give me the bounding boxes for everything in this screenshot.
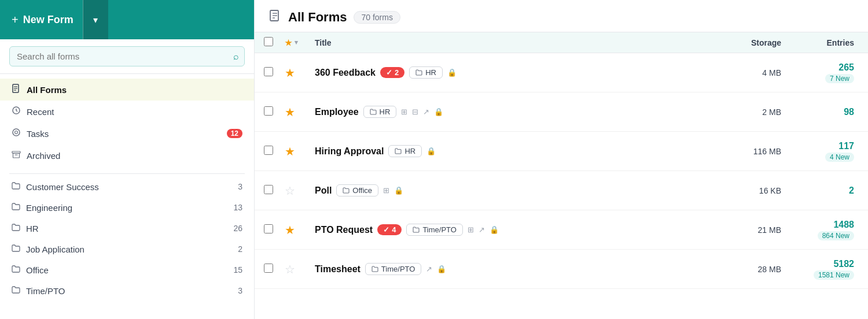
- external-icon: ↗: [423, 107, 429, 116]
- new-form-bar: + New Form ▾: [0, 0, 254, 39]
- sidebar-all-forms-label: All Forms: [27, 85, 67, 95]
- folder-hr-label: HR: [26, 224, 39, 233]
- entries-value: 2: [795, 186, 859, 196]
- svg-point-6: [15, 131, 18, 134]
- folder-job-application-count: 2: [238, 244, 242, 254]
- entries-value: 98: [795, 107, 859, 117]
- folder-icon: [12, 265, 20, 275]
- select-all-checkbox[interactable]: [264, 37, 273, 46]
- star-icon: ★: [285, 38, 292, 47]
- lock-icon: 🔒: [447, 68, 457, 77]
- forms-count-badge: 70 forms: [354, 11, 400, 24]
- folder-item-hr[interactable]: HR 26: [0, 218, 254, 239]
- row-checkbox[interactable]: [264, 224, 273, 233]
- storage-value: 21 MB: [720, 225, 795, 235]
- svg-rect-8: [13, 153, 20, 158]
- check-badge: ✓ 4: [377, 224, 402, 235]
- form-name[interactable]: Hiring Approval: [315, 146, 384, 157]
- entries-header: Entries: [795, 38, 859, 47]
- table-row: ☆ Timesheet Time/PTO ↗ 🔒 28 MB 5182 1581…: [255, 250, 868, 289]
- folder-item-time-pto[interactable]: Time/PTO 3: [0, 280, 254, 301]
- folder-customer-success-count: 3: [238, 182, 242, 191]
- form-name[interactable]: Timesheet: [315, 264, 361, 275]
- folder-customer-success-label: Customer Success: [26, 182, 99, 192]
- table-row: ☆ Poll Office ⊞ 🔒 16 KB 2: [255, 171, 868, 210]
- table-row: ★ PTO Request ✓ 4 Time/PTO ⊞ ↗ 🔒 21 MB 1…: [255, 210, 868, 250]
- folder-office-label: Office: [26, 265, 49, 275]
- form-name[interactable]: Poll: [315, 186, 332, 196]
- tasks-badge: 12: [227, 129, 242, 138]
- table-header: ★ ▾ Title Storage Entries: [255, 32, 868, 53]
- folder-icon: [12, 223, 20, 233]
- svg-point-5: [13, 129, 20, 136]
- form-name[interactable]: 360 Feedback: [315, 68, 376, 78]
- row-checkbox[interactable]: [264, 146, 273, 155]
- folder-time-pto-count: 3: [238, 286, 242, 295]
- entries-value: 117 4 New: [795, 141, 859, 162]
- search-input[interactable]: [9, 46, 245, 66]
- sidebar-recent-label: Recent: [27, 107, 54, 117]
- star-icon[interactable]: ★: [285, 66, 295, 80]
- sidebar-item-archived[interactable]: Archived: [0, 144, 254, 166]
- folder-icon: [12, 181, 20, 192]
- folder-hr-count: 26: [233, 224, 242, 233]
- star-icon[interactable]: ★: [285, 223, 295, 237]
- search-bar: ⌕: [0, 39, 254, 74]
- entries-value: 1488 864 New: [795, 220, 859, 240]
- new-form-label: New Form: [23, 14, 73, 26]
- folder-tag[interactable]: HR: [363, 106, 397, 118]
- folder-item-job-application[interactable]: Job Application 2: [0, 239, 254, 259]
- lock-icon: 🔒: [437, 265, 446, 273]
- lock-icon: 🔒: [490, 225, 499, 234]
- folder-job-application-label: Job Application: [26, 244, 84, 254]
- nav-section: All Forms Recent Tasks 12: [0, 74, 254, 171]
- folder-tag[interactable]: Time/PTO: [365, 263, 422, 275]
- folder-item-office[interactable]: Office 15: [0, 259, 254, 280]
- folder-tag[interactable]: Office: [336, 184, 378, 196]
- form-name[interactable]: Employee: [315, 107, 359, 117]
- star-icon[interactable]: ★: [285, 105, 295, 119]
- form-name[interactable]: PTO Request: [315, 225, 373, 235]
- star-icon[interactable]: ☆: [285, 262, 295, 276]
- folder-icon: [12, 244, 20, 254]
- sidebar-archived-label: Archived: [27, 151, 60, 161]
- table-row: ★ 360 Feedback ✓ 2 HR 🔒 4 MB 265 7 New: [255, 53, 868, 92]
- row-checkbox[interactable]: [264, 67, 273, 76]
- sidebar-item-recent[interactable]: Recent: [0, 101, 254, 123]
- folder-tag[interactable]: HR: [388, 145, 422, 157]
- folder-icon: [12, 202, 20, 213]
- row-checkbox[interactable]: [264, 106, 273, 116]
- main-header: All Forms 70 forms: [255, 0, 868, 32]
- star-icon[interactable]: ☆: [285, 184, 295, 198]
- lock-icon: 🔒: [434, 107, 443, 116]
- title-header[interactable]: Title: [315, 38, 720, 47]
- entries-value: 5182 1581 New: [795, 259, 859, 280]
- external-icon: ↗: [479, 225, 485, 234]
- new-form-button[interactable]: + New Form: [0, 0, 83, 39]
- table-row: ★ Hiring Approval HR 🔒 116 MB 117 4 New: [255, 132, 868, 171]
- folder-tag[interactable]: HR: [409, 66, 443, 79]
- search-icon: ⌕: [233, 51, 239, 62]
- star-sort-header[interactable]: ★ ▾: [285, 38, 315, 47]
- folder-section: Customer Success 3 Engineering 13 HR 26: [0, 176, 254, 319]
- row-checkbox[interactable]: [264, 264, 273, 273]
- folder-engineering-label: Engineering: [26, 203, 72, 213]
- folder-item-engineering[interactable]: Engineering 13: [0, 197, 254, 218]
- check-icon: ✓: [383, 225, 389, 234]
- grid-icon: ⊞: [468, 225, 474, 234]
- new-form-dropdown-button[interactable]: ▾: [83, 0, 108, 39]
- star-icon[interactable]: ★: [285, 144, 295, 158]
- folder-item-customer-success[interactable]: Customer Success 3: [0, 176, 254, 197]
- grid-icon: ⊞: [401, 107, 407, 116]
- row-checkbox[interactable]: [264, 185, 273, 194]
- sort-icon: ▾: [295, 39, 298, 46]
- table-row: ★ Employee HR ⊞ ⊟ ↗ 🔒 2 MB 98: [255, 92, 868, 132]
- forms-table: ★ ▾ Title Storage Entries ★ 360 Feedback…: [255, 32, 868, 319]
- folder-tag[interactable]: Time/PTO: [406, 224, 463, 236]
- check-badge: ✓ 2: [380, 67, 404, 78]
- sidebar-item-tasks[interactable]: Tasks 12: [0, 123, 254, 144]
- sidebar-item-all-forms[interactable]: All Forms: [0, 79, 254, 101]
- chevron-down-icon: ▾: [93, 14, 98, 25]
- table-icon: ⊟: [412, 107, 418, 116]
- storage-value: 4 MB: [720, 68, 795, 77]
